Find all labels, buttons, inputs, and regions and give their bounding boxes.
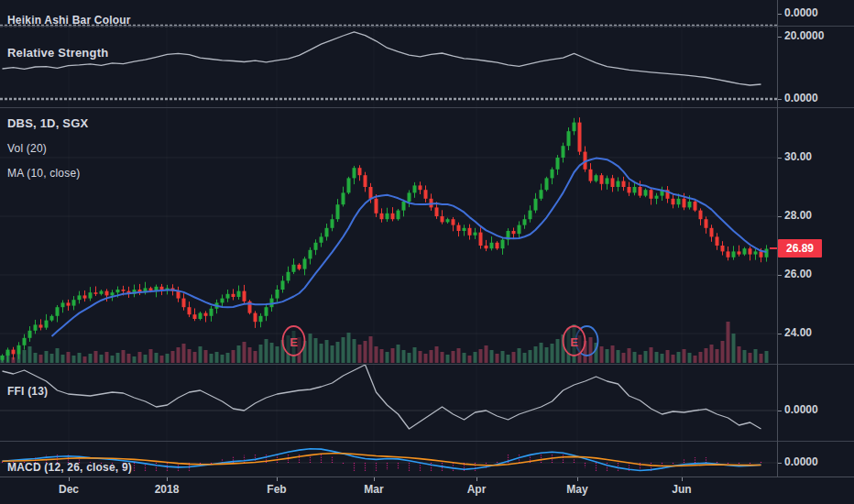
- axis-tick-icon: [778, 334, 782, 334]
- pane-separator[interactable]: [0, 441, 854, 442]
- time-axis-label: 2018: [147, 483, 187, 496]
- ffi-line: [3, 365, 761, 429]
- candlestick-series: [1, 117, 769, 362]
- time-axis-label: Mar: [354, 483, 394, 496]
- pane-separator[interactable]: [0, 364, 854, 365]
- macd-line: [3, 449, 761, 471]
- axis-tick-icon: [778, 14, 782, 15]
- price-tag: 26.89: [778, 239, 822, 257]
- time-axis-label: Jun: [662, 483, 702, 496]
- tradingview-chart: EE Heikin Ashi Bar Colour Relative Stren…: [0, 0, 854, 504]
- price-axis-label: 28.00: [784, 209, 812, 222]
- time-axis-label: Dec: [49, 483, 89, 496]
- earnings-icon: E: [570, 335, 578, 349]
- price-axis-label: 0.0000: [784, 92, 818, 104]
- time-axis-label: May: [557, 483, 597, 496]
- chart-canvas[interactable]: EE: [0, 0, 854, 504]
- price-axis-label: 26.00: [784, 268, 812, 280]
- price-axis-label: 30.00: [784, 150, 812, 163]
- price-axis-label: 0.0000: [784, 455, 818, 468]
- price-axis-label: 24.00: [784, 326, 812, 339]
- volume-series: [1, 322, 769, 363]
- price-tag-tick-icon: [770, 247, 777, 249]
- axis-tick-icon: [778, 37, 782, 38]
- axis-tick-icon: [778, 158, 782, 159]
- pane-separator[interactable]: [0, 26, 854, 27]
- earnings-icon: E: [290, 335, 298, 349]
- axis-tick-icon: [778, 275, 782, 276]
- price-axis-label: 0.0000: [784, 403, 818, 416]
- time-axis-label: Apr: [456, 483, 497, 496]
- time-tick-icon: [167, 477, 168, 481]
- time-tick-icon: [374, 477, 375, 481]
- time-tick-icon: [682, 477, 683, 481]
- time-tick-icon: [69, 477, 70, 481]
- time-tick-icon: [277, 477, 278, 481]
- axis-tick-icon: [778, 99, 782, 100]
- axis-tick-icon: [778, 411, 782, 411]
- price-axis[interactable]: 0.000020.00000.000030.0028.0026.0024.000…: [777, 0, 854, 477]
- axis-tick-icon: [778, 463, 782, 464]
- axis-tick-icon: [778, 216, 782, 217]
- time-axis-label: Feb: [257, 483, 297, 496]
- time-tick-icon: [476, 477, 477, 481]
- ma-line: [52, 159, 767, 336]
- price-axis-label: 0.0000: [784, 6, 818, 19]
- pane-separator[interactable]: [0, 107, 854, 108]
- time-tick-icon: [577, 477, 578, 481]
- relative-strength-line: [3, 32, 761, 85]
- price-axis-label: 20.0000: [784, 29, 824, 42]
- time-axis[interactable]: Dec2018FebMarAprMayJun: [0, 477, 854, 504]
